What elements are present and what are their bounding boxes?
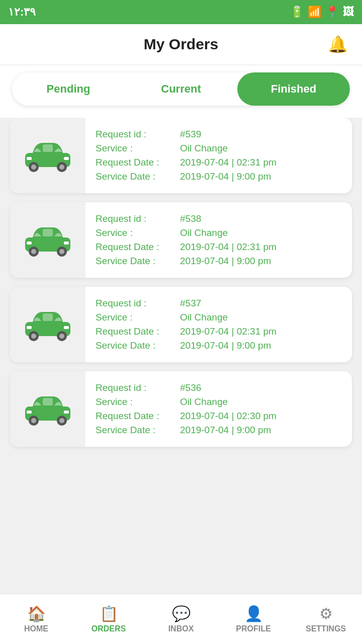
settings-icon: ⚙ [319,605,333,622]
request-date-label: Request Date : [96,157,176,168]
service-label: Service : [96,312,176,323]
request-date-row: Request Date : 2019-07-04 | 02:31 pm [96,242,342,253]
service-row: Service : Oil Change [96,143,342,154]
tab-current[interactable]: Current [125,72,237,106]
svg-rect-22 [27,326,32,329]
tabs: Pending Current Finished [12,72,350,106]
svg-rect-6 [27,157,32,160]
service-label: Service : [96,227,176,238]
service-date-label: Service Date : [96,171,176,182]
service-date-row: Service Date : 2019-07-04 | 9:00 pm [96,340,342,351]
svg-point-29 [59,418,64,423]
svg-rect-30 [27,411,32,414]
page-title: My Orders [144,36,218,53]
svg-rect-15 [64,242,69,245]
order-details: Request id : #536 Service : Oil Change R… [85,371,352,447]
profile-icon: 👤 [244,605,263,622]
profile-label: PROFILE [236,624,270,633]
home-icon: 🏠 [27,605,46,622]
nav-item-inbox[interactable]: 💬 INBOX [145,605,217,633]
image-icon: 🖼 [343,6,354,19]
svg-rect-14 [27,242,32,245]
service-date-row: Service Date : 2019-07-04 | 9:00 pm [96,425,342,436]
service-date-row: Service Date : 2019-07-04 | 9:00 pm [96,256,342,267]
order-card[interactable]: Request id : #539 Service : Oil Change R… [10,118,352,193]
service-date-value: 2019-07-04 | 9:00 pm [180,256,271,267]
svg-point-11 [31,249,36,254]
nav-item-settings[interactable]: ⚙ SETTINGS [290,605,362,633]
service-row: Service : Oil Change [96,227,342,238]
svg-point-21 [59,334,64,339]
notification-bell-icon[interactable]: 🔔 [328,35,348,54]
request-date-label: Request Date : [96,326,176,337]
service-label: Service : [96,143,176,154]
request-id-label: Request id : [96,213,176,224]
order-card[interactable]: Request id : #536 Service : Oil Change R… [10,371,352,447]
order-card[interactable]: Request id : #537 Service : Oil Change R… [10,287,352,362]
request-date-label: Request Date : [96,242,176,253]
svg-rect-9 [43,229,53,236]
nav-item-home[interactable]: 🏠 HOME [0,605,72,633]
inbox-icon: 💬 [172,605,191,622]
request-id-row: Request id : #536 [96,382,342,393]
tabs-container: Pending Current Finished [0,64,362,118]
svg-point-13 [59,249,64,254]
tab-finished[interactable]: Finished [237,72,350,106]
status-time: ۱۲:۳۹ [8,6,36,19]
service-date-label: Service Date : [96,425,176,436]
orders-label: ORDERS [92,624,126,633]
nav-item-orders[interactable]: 📋 ORDERS [72,605,145,633]
order-details: Request id : #539 Service : Oil Change R… [85,118,352,193]
service-value: Oil Change [180,227,228,238]
request-id-label: Request id : [96,382,176,393]
request-date-label: Request Date : [96,411,176,422]
svg-point-19 [31,334,36,339]
order-details: Request id : #538 Service : Oil Change R… [85,202,352,278]
request-id-value: #537 [180,298,201,309]
battery-icon: 🔋 [290,6,304,19]
car-icon-box [10,287,85,362]
header: My Orders 🔔 [0,24,362,64]
svg-rect-17 [43,313,53,321]
service-row: Service : Oil Change [96,396,342,408]
svg-point-3 [31,165,36,170]
svg-rect-7 [64,157,69,160]
status-bar: ۱۲:۳۹ 🔋 📶 📍 🖼 [0,0,362,24]
location-icon: 📍 [325,6,339,19]
service-value: Oil Change [180,312,228,323]
service-label: Service : [96,396,176,408]
service-date-value: 2019-07-04 | 9:00 pm [180,425,271,436]
request-date-row: Request Date : 2019-07-04 | 02:31 pm [96,326,342,337]
inbox-label: INBOX [168,624,194,633]
svg-point-5 [59,165,64,170]
request-date-row: Request Date : 2019-07-04 | 02:31 pm [96,157,342,168]
service-value: Oil Change [180,396,228,408]
request-id-value: #539 [180,129,201,140]
status-right-icons: 🔋 📶 📍 🖼 [290,6,354,19]
home-label: HOME [24,624,48,633]
request-id-value: #538 [180,213,201,224]
tab-pending[interactable]: Pending [12,72,125,106]
request-date-row: Request Date : 2019-07-04 | 02:30 pm [96,411,342,422]
request-date-value: 2019-07-04 | 02:31 pm [180,157,277,168]
request-id-value: #536 [180,382,201,393]
request-id-label: Request id : [96,298,176,309]
order-card[interactable]: Request id : #538 Service : Oil Change R… [10,202,352,278]
request-id-label: Request id : [96,129,176,140]
request-id-row: Request id : #538 [96,213,342,224]
service-value: Oil Change [180,143,228,154]
car-icon-box [10,118,85,193]
svg-rect-23 [64,326,69,329]
service-date-value: 2019-07-04 | 9:00 pm [180,340,271,351]
svg-point-27 [31,418,36,423]
orders-icon: 📋 [100,605,118,622]
order-details: Request id : #537 Service : Oil Change R… [85,287,352,362]
nav-item-profile[interactable]: 👤 PROFILE [217,605,290,633]
svg-rect-1 [43,144,53,152]
service-row: Service : Oil Change [96,312,342,323]
request-date-value: 2019-07-04 | 02:31 pm [180,242,277,253]
request-date-value: 2019-07-04 | 02:30 pm [180,411,277,422]
service-date-value: 2019-07-04 | 9:00 pm [180,171,271,182]
car-icon-box [10,371,85,447]
bottom-nav: 🏠 HOME 📋 ORDERS 💬 INBOX 👤 PROFILE ⚙ SETT… [0,594,362,644]
